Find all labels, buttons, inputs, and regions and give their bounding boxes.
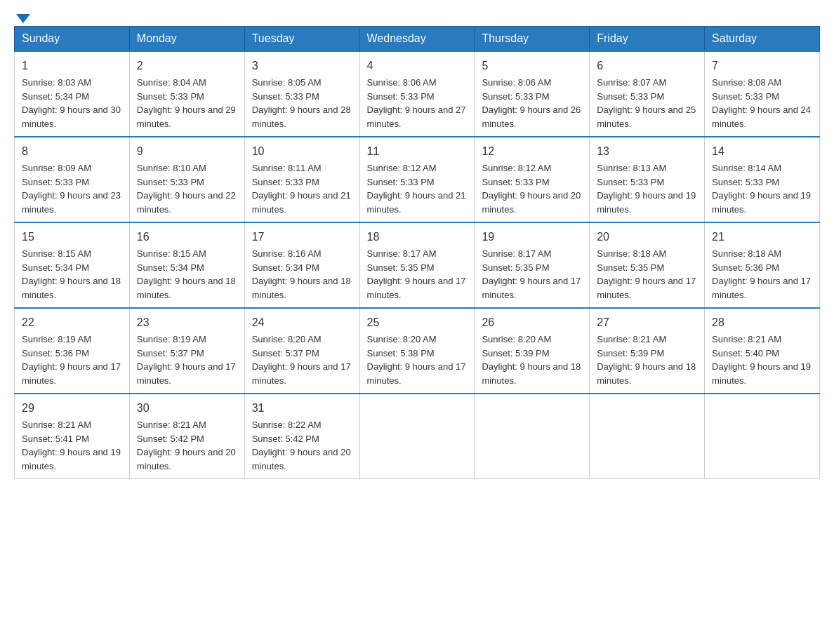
calendar-cell: 29 Sunrise: 8:21 AM Sunset: 5:41 PM Dayl… (15, 394, 130, 479)
sunset-info: Sunset: 5:40 PM (712, 348, 779, 358)
day-number: 14 (712, 143, 812, 160)
daylight-info: Daylight: 9 hours and 20 minutes. (482, 190, 581, 215)
calendar-cell (359, 394, 475, 479)
day-number: 6 (597, 58, 697, 74)
sunrise-info: Sunrise: 8:21 AM (597, 334, 666, 344)
calendar-cell: 24 Sunrise: 8:20 AM Sunset: 5:37 PM Dayl… (244, 308, 359, 394)
calendar-cell: 23 Sunrise: 8:19 AM Sunset: 5:37 PM Dayl… (129, 308, 244, 394)
daylight-info: Daylight: 9 hours and 30 minutes. (22, 105, 121, 129)
daylight-info: Daylight: 9 hours and 20 minutes. (137, 447, 236, 471)
day-number: 22 (22, 314, 122, 331)
sunset-info: Sunset: 5:35 PM (597, 262, 664, 273)
day-number: 31 (252, 400, 352, 417)
sunset-info: Sunset: 5:33 PM (22, 177, 89, 187)
sunrise-info: Sunrise: 8:21 AM (137, 420, 206, 430)
daylight-info: Daylight: 9 hours and 18 minutes. (482, 361, 581, 386)
sunrise-info: Sunrise: 8:13 AM (597, 163, 666, 173)
day-number: 26 (482, 314, 582, 331)
sunrise-info: Sunrise: 8:16 AM (252, 248, 322, 259)
calendar-cell: 7 Sunrise: 8:08 AM Sunset: 5:33 PM Dayli… (705, 51, 820, 137)
calendar-cell: 18 Sunrise: 8:17 AM Sunset: 5:35 PM Dayl… (359, 222, 475, 308)
calendar-cell: 25 Sunrise: 8:20 AM Sunset: 5:38 PM Dayl… (359, 308, 475, 394)
daylight-info: Daylight: 9 hours and 17 minutes. (712, 276, 811, 300)
daylight-info: Daylight: 9 hours and 17 minutes. (482, 276, 581, 300)
week-row-3: 15 Sunrise: 8:15 AM Sunset: 5:34 PM Dayl… (15, 222, 820, 308)
daylight-info: Daylight: 9 hours and 25 minutes. (597, 105, 696, 129)
calendar-cell: 14 Sunrise: 8:14 AM Sunset: 5:33 PM Dayl… (705, 137, 820, 222)
day-of-week-wednesday: Wednesday (359, 27, 475, 52)
daylight-info: Daylight: 9 hours and 17 minutes. (252, 361, 351, 386)
calendar-body: 1 Sunrise: 8:03 AM Sunset: 5:34 PM Dayli… (15, 51, 820, 479)
day-of-week-monday: Monday (129, 27, 244, 52)
day-number: 8 (22, 143, 122, 160)
calendar-cell: 20 Sunrise: 8:18 AM Sunset: 5:35 PM Dayl… (590, 222, 705, 308)
calendar-cell: 9 Sunrise: 8:10 AM Sunset: 5:33 PM Dayli… (129, 137, 244, 222)
calendar-cell: 6 Sunrise: 8:07 AM Sunset: 5:33 PM Dayli… (590, 51, 705, 137)
calendar-cell: 15 Sunrise: 8:15 AM Sunset: 5:34 PM Dayl… (15, 222, 130, 308)
sunrise-info: Sunrise: 8:19 AM (22, 334, 91, 344)
daylight-info: Daylight: 9 hours and 26 minutes. (482, 105, 581, 129)
sunrise-info: Sunrise: 8:22 AM (252, 420, 322, 430)
daylight-info: Daylight: 9 hours and 19 minutes. (712, 190, 811, 215)
sunset-info: Sunset: 5:33 PM (712, 91, 779, 102)
calendar-cell: 13 Sunrise: 8:13 AM Sunset: 5:33 PM Dayl… (590, 137, 705, 222)
calendar-cell: 30 Sunrise: 8:21 AM Sunset: 5:42 PM Dayl… (129, 394, 244, 479)
sunrise-info: Sunrise: 8:19 AM (137, 334, 206, 344)
sunrise-info: Sunrise: 8:08 AM (712, 77, 781, 88)
daylight-info: Daylight: 9 hours and 21 minutes. (367, 190, 466, 215)
day-number: 16 (137, 229, 237, 246)
day-number: 15 (22, 229, 122, 246)
day-number: 30 (137, 400, 237, 417)
calendar-cell: 4 Sunrise: 8:06 AM Sunset: 5:33 PM Dayli… (359, 51, 475, 137)
sunrise-info: Sunrise: 8:03 AM (22, 77, 91, 88)
sunset-info: Sunset: 5:36 PM (712, 262, 779, 273)
sunrise-info: Sunrise: 8:20 AM (367, 334, 437, 344)
sunset-info: Sunset: 5:33 PM (252, 91, 319, 102)
sunset-info: Sunset: 5:38 PM (367, 348, 435, 358)
sunset-info: Sunset: 5:39 PM (482, 348, 549, 358)
calendar-cell: 1 Sunrise: 8:03 AM Sunset: 5:34 PM Dayli… (15, 51, 130, 137)
week-row-2: 8 Sunrise: 8:09 AM Sunset: 5:33 PM Dayli… (15, 137, 820, 222)
daylight-info: Daylight: 9 hours and 19 minutes. (597, 190, 696, 215)
day-number: 3 (252, 58, 352, 74)
sunset-info: Sunset: 5:34 PM (252, 262, 319, 273)
calendar-cell: 28 Sunrise: 8:21 AM Sunset: 5:40 PM Dayl… (705, 308, 820, 394)
day-number: 25 (367, 314, 468, 331)
calendar-cell: 26 Sunrise: 8:20 AM Sunset: 5:39 PM Dayl… (475, 308, 590, 394)
day-number: 11 (367, 143, 468, 160)
calendar-cell: 12 Sunrise: 8:12 AM Sunset: 5:33 PM Dayl… (475, 137, 590, 222)
day-number: 4 (367, 58, 468, 74)
day-number: 19 (482, 229, 582, 246)
daylight-info: Daylight: 9 hours and 21 minutes. (252, 190, 351, 215)
calendar-cell: 21 Sunrise: 8:18 AM Sunset: 5:36 PM Dayl… (705, 222, 820, 308)
daylight-info: Daylight: 9 hours and 18 minutes. (252, 276, 351, 300)
daylight-info: Daylight: 9 hours and 27 minutes. (367, 105, 466, 129)
day-number: 10 (252, 143, 352, 160)
sunset-info: Sunset: 5:33 PM (252, 177, 319, 187)
sunrise-info: Sunrise: 8:12 AM (482, 163, 551, 173)
calendar-cell: 27 Sunrise: 8:21 AM Sunset: 5:39 PM Dayl… (590, 308, 705, 394)
daylight-info: Daylight: 9 hours and 17 minutes. (137, 361, 236, 386)
day-of-week-tuesday: Tuesday (244, 27, 359, 52)
calendar-cell: 2 Sunrise: 8:04 AM Sunset: 5:33 PM Dayli… (129, 51, 244, 137)
sunrise-info: Sunrise: 8:11 AM (252, 163, 322, 173)
calendar-cell: 22 Sunrise: 8:19 AM Sunset: 5:36 PM Dayl… (15, 308, 130, 394)
day-of-week-friday: Friday (590, 27, 705, 52)
sunrise-info: Sunrise: 8:18 AM (712, 248, 781, 259)
sunrise-info: Sunrise: 8:12 AM (367, 163, 437, 173)
sunset-info: Sunset: 5:34 PM (137, 262, 204, 273)
calendar-cell: 19 Sunrise: 8:17 AM Sunset: 5:35 PM Dayl… (475, 222, 590, 308)
daylight-info: Daylight: 9 hours and 18 minutes. (597, 361, 696, 386)
sunset-info: Sunset: 5:35 PM (482, 262, 549, 273)
day-number: 20 (597, 229, 697, 246)
sunrise-info: Sunrise: 8:18 AM (597, 248, 666, 259)
week-row-4: 22 Sunrise: 8:19 AM Sunset: 5:36 PM Dayl… (15, 308, 820, 394)
daylight-info: Daylight: 9 hours and 19 minutes. (22, 447, 121, 471)
sunrise-info: Sunrise: 8:06 AM (367, 77, 437, 88)
sunset-info: Sunset: 5:37 PM (137, 348, 204, 358)
sunrise-info: Sunrise: 8:09 AM (22, 163, 91, 173)
calendar-cell: 11 Sunrise: 8:12 AM Sunset: 5:33 PM Dayl… (359, 137, 475, 222)
day-number: 2 (137, 58, 237, 74)
sunset-info: Sunset: 5:36 PM (22, 348, 89, 358)
sunset-info: Sunset: 5:35 PM (367, 262, 435, 273)
